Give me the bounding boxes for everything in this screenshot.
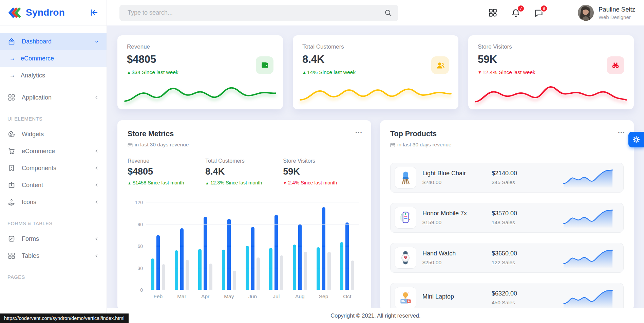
x-axis-label: Aug <box>288 293 312 300</box>
trend-up-icon: ▲ <box>127 70 131 75</box>
topbar-divider <box>562 6 562 20</box>
bar-group <box>146 197 170 290</box>
bar-blue <box>251 227 254 290</box>
sidebar-subitem-analytics[interactable]: → Analytics <box>0 67 107 84</box>
product-row-mobile[interactable]: Honor Mobile 7x $159.00 $3570.00 148 Sal… <box>390 203 624 233</box>
sidebar-section-forms-tables: FORMS & TABLES <box>0 211 107 230</box>
sidebar-item-forms[interactable]: Forms <box>0 230 107 247</box>
cart-icon <box>7 147 16 155</box>
gridline <box>146 202 359 202</box>
bar-cyan <box>340 242 343 290</box>
sidebar-section-pages: PAGES <box>0 264 107 284</box>
user-menu[interactable]: Pauline Seitz Web Designer <box>578 5 635 21</box>
product-revenue: $3650.00 <box>492 250 556 257</box>
export-box-icon <box>7 181 16 189</box>
x-axis-label: Apr <box>193 293 217 300</box>
bar-cyan <box>222 250 225 290</box>
notifications-badge: 7 <box>517 5 525 12</box>
bar-group <box>193 197 217 290</box>
trend-down-icon: ▼ <box>283 181 287 185</box>
bar-gray <box>257 257 260 290</box>
product-row-watch[interactable]: Hand Watch $250.00 $3650.00 122 Sales <box>390 243 624 273</box>
apps-grid-button[interactable] <box>488 8 497 17</box>
search-input[interactable] <box>119 5 398 21</box>
bar-blue <box>298 224 302 290</box>
bar-blue <box>345 222 349 290</box>
chevron-left-icon <box>94 183 99 187</box>
product-name: Honor Mobile 7x <box>422 210 486 217</box>
product-price: $159.00 <box>422 219 486 226</box>
product-price: $240.00 <box>422 179 486 185</box>
bar-chart-plot: 0306090120 <box>146 197 359 290</box>
product-list: Light Blue Chair $240.00 $2140.00 345 Sa… <box>390 163 624 310</box>
chevron-left-icon <box>94 236 99 241</box>
bar-blue <box>156 235 160 290</box>
messages-chat-button[interactable]: 8 <box>534 8 544 18</box>
chevron-left-icon <box>94 149 99 154</box>
stat-card-revenue: Revenue $4805 ▲ $34 Since last week <box>117 35 283 109</box>
search-icon[interactable] <box>384 9 392 18</box>
bar-cyan <box>151 258 154 290</box>
x-axis-label: Sep <box>312 293 336 300</box>
sidebar-item-label: Components <box>22 165 94 172</box>
calendar-icon <box>390 142 395 147</box>
metric-visitors: Store Visitors 59K ▼ 2.4% Since last mon… <box>283 158 361 185</box>
sidebar-collapse-icon[interactable] <box>88 7 100 18</box>
revenue-sparkline <box>123 81 278 107</box>
panels-row: Store Metrics in last 30 days revenue ..… <box>117 120 634 310</box>
sidebar-item-label: Dashboard <box>22 38 94 45</box>
top-products-menu-button[interactable]: ... <box>618 128 625 133</box>
bar-blue <box>204 217 207 290</box>
stat-title: Total Customers <box>302 43 449 50</box>
gridline <box>146 290 359 290</box>
sidebar-section-ui-elements: UI ELEMENTS <box>0 106 107 126</box>
dashboard-submenu: → eCommerce → Analytics <box>0 50 107 84</box>
sidebar-item-dashboard[interactable]: Dashboard <box>0 33 107 50</box>
arrow-right-icon: → <box>10 55 15 62</box>
bar-chart-groups <box>146 197 359 290</box>
trend-down-icon: ▼ <box>478 70 482 75</box>
search-bar <box>119 5 398 21</box>
trend-up-icon: ▲ <box>205 181 209 185</box>
bar-cyan <box>175 250 178 290</box>
sidebar-item-label: Tables <box>22 252 94 259</box>
product-revenue: $6320.00 <box>492 290 556 297</box>
stat-title: Revenue <box>127 43 273 50</box>
x-axis-label: Jun <box>241 293 265 300</box>
product-sales: 345 Sales <box>492 179 556 185</box>
bar-gray <box>209 264 212 290</box>
notifications-bell-button[interactable]: 7 <box>511 8 520 18</box>
x-axis-label: Oct <box>335 293 359 300</box>
sidebar-item-ecommerce[interactable]: eCommerce <box>0 143 107 160</box>
store-metrics-card: Store Metrics in last 30 days revenue ..… <box>117 120 371 310</box>
stat-value: 8.4K <box>302 53 449 66</box>
sidebar-header: Syndron <box>0 0 107 25</box>
sidebar-item-components[interactable]: Components <box>0 160 107 177</box>
sidebar-item-tables[interactable]: Tables <box>0 247 107 264</box>
topbar-actions: 7 8 <box>488 5 635 21</box>
sidebar-item-widgets[interactable]: Widgets <box>0 126 107 143</box>
product-price: $250.00 <box>422 259 486 266</box>
chevron-left-icon <box>94 95 99 100</box>
bar-blue <box>322 207 325 290</box>
sidebar-item-icons[interactable]: Icons <box>0 194 107 211</box>
y-axis-tick: 90 <box>129 222 143 227</box>
sidebar-subitem-ecommerce[interactable]: → eCommerce <box>0 50 107 67</box>
top-products-card: Top Products in last 30 days revenue ... <box>380 120 634 310</box>
product-row-laptop[interactable]: Mini Laptop $6320.00 450 Sales <box>390 283 624 310</box>
bar-cyan <box>317 247 320 290</box>
sidebar-item-content[interactable]: Content <box>0 177 107 194</box>
theme-settings-button[interactable] <box>628 132 644 147</box>
bar-group <box>288 197 312 290</box>
trend-up-icon: ▲ <box>128 181 131 185</box>
app-root: Syndron Dashboard <box>0 0 644 323</box>
bar-group <box>264 197 288 290</box>
product-row-chair[interactable]: Light Blue Chair $240.00 $2140.00 345 Sa… <box>390 163 624 193</box>
bar-gray <box>327 252 331 290</box>
store-metrics-menu-button[interactable]: ... <box>355 128 362 133</box>
sidebar-item-label: Application <box>22 94 94 101</box>
sidebar-item-application[interactable]: Application <box>0 89 107 106</box>
y-axis-tick: 60 <box>129 244 143 249</box>
table-grid-icon <box>7 252 16 260</box>
watch-product-icon <box>395 247 416 269</box>
